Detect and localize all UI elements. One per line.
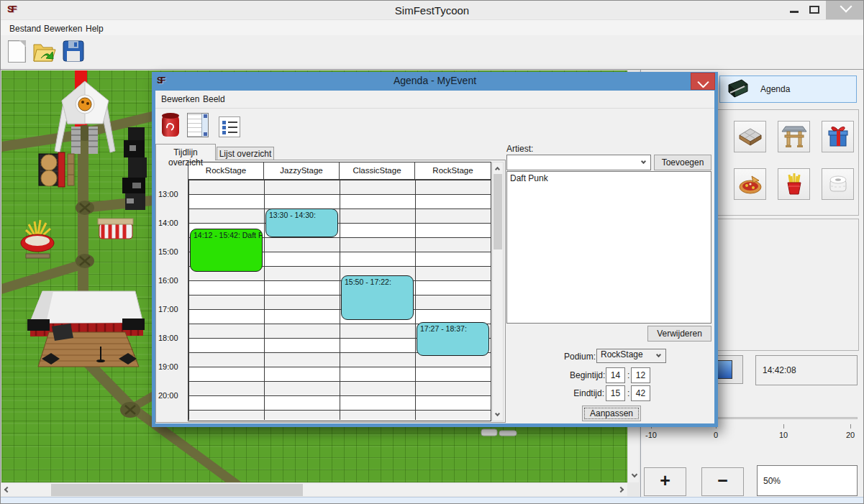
- trash-icon: [162, 114, 179, 137]
- info-box: [717, 219, 859, 351]
- schedule-body[interactable]: 14:12 - 15:42: Daft Punk13:30 - 14:30:15…: [188, 180, 491, 420]
- time-label: 20:00: [158, 391, 178, 400]
- time-label: 15:00: [158, 247, 178, 256]
- time-colon: :: [627, 370, 629, 380]
- time-label: 16:00: [158, 276, 178, 285]
- schedule-tab-page: RockStageJazzyStageClassicStageRockStage…: [155, 160, 506, 423]
- fries-stand[interactable]: [21, 220, 54, 258]
- timeline-view-button[interactable]: [187, 113, 209, 137]
- dialog-menu-bewerken[interactable]: Bewerken: [161, 94, 199, 104]
- dialog-menu-beeld[interactable]: Beeld: [203, 94, 225, 104]
- menu-bestand[interactable]: Bestand: [6, 23, 44, 35]
- new-file-icon: [8, 40, 26, 63]
- scroll-left-arrow-icon[interactable]: [1, 484, 13, 496]
- scroll-down-arrow-icon[interactable]: [493, 410, 503, 421]
- app-titlebar: SF SimFestTycoon: [1, 1, 863, 19]
- fries-item-button[interactable]: [778, 168, 810, 200]
- save-button[interactable]: [61, 39, 87, 66]
- end-time-label: Eindtijd:: [570, 388, 604, 398]
- end-hour-field[interactable]: 15: [606, 385, 625, 401]
- chevron-down-icon: [656, 352, 661, 357]
- chevron-down-icon: [641, 159, 646, 164]
- schedule-event[interactable]: 13:30 - 14:30:: [265, 209, 338, 237]
- stage[interactable]: [27, 291, 145, 367]
- agenda-button-label: Agenda: [760, 84, 790, 94]
- slider-tick: [850, 424, 851, 429]
- app-window: SF SimFestTycoon Bestand Bewerken Help: [0, 0, 864, 504]
- time-label: 13:00: [158, 190, 178, 198]
- schedule-event[interactable]: 17:27 - 18:37:: [417, 322, 489, 356]
- statusbar: [1, 497, 863, 504]
- schedule-scroll-thumb[interactable]: [494, 174, 502, 249]
- agenda-book-icon: [726, 78, 750, 100]
- timeline-view-icon: [187, 113, 209, 137]
- artist-combobox[interactable]: [506, 155, 651, 170]
- pizza-item-button[interactable]: [734, 168, 766, 200]
- open-file-icon: [31, 39, 57, 65]
- time-label: 18:00: [158, 334, 178, 342]
- artist-list-item[interactable]: Daft Punk: [507, 172, 711, 185]
- close-icon: [845, 6, 852, 13]
- zoom-level-display: 50%: [757, 465, 858, 496]
- app-title: SimFestTycoon: [1, 4, 863, 17]
- artist-listbox[interactable]: Daft Punk: [506, 171, 711, 324]
- scroll-up-arrow-icon[interactable]: [493, 162, 503, 173]
- artist-label: Artiest:: [506, 144, 533, 154]
- save-icon: [61, 39, 86, 63]
- bench[interactable]: [68, 154, 74, 185]
- apply-button[interactable]: Aanpassen: [582, 406, 641, 421]
- list-view-icon: [219, 116, 240, 137]
- begin-time-label: Begintijd:: [570, 370, 604, 380]
- distant-tents[interactable]: [481, 429, 517, 436]
- schedule-scrollbar[interactable]: [492, 162, 504, 421]
- scroll-right-arrow-icon[interactable]: [614, 484, 627, 496]
- close-button[interactable]: [826, 1, 864, 19]
- tab-lijst-overzicht[interactable]: Lijst overzicht: [217, 147, 274, 160]
- slider-label: -10: [640, 431, 662, 439]
- slider-label: 20: [840, 431, 861, 439]
- schedule-event[interactable]: 14:12 - 15:42: Daft Punk: [190, 229, 263, 272]
- time-label: 19:00: [158, 362, 178, 371]
- app-menubar: Bestand Bewerken Help: [1, 19, 863, 35]
- gift-icon: [824, 123, 852, 150]
- tab-tijdlijn-overzicht[interactable]: Tijdlijn overzicht: [155, 144, 216, 160]
- agenda-button[interactable]: Agenda: [719, 75, 857, 103]
- podium-combobox[interactable]: RockStage: [596, 349, 666, 363]
- stage-gate-icon: [781, 123, 808, 150]
- list-view-button[interactable]: [219, 116, 240, 137]
- end-minute-field[interactable]: 42: [631, 385, 650, 401]
- new-file-button[interactable]: [5, 39, 31, 66]
- add-artist-button[interactable]: Toevoegen: [654, 155, 711, 170]
- stage-gate-item-button[interactable]: [778, 121, 810, 152]
- speaker-stack[interactable]: [122, 127, 147, 210]
- map-hscrollbar[interactable]: [1, 482, 627, 496]
- fries-icon: [781, 170, 808, 198]
- menu-bewerken[interactable]: Bewerken: [41, 23, 85, 35]
- maximize-button[interactable]: [809, 6, 819, 14]
- toilet-paper-item-button[interactable]: [822, 168, 854, 200]
- burger-stand[interactable]: [39, 152, 65, 187]
- striped-stand[interactable]: [98, 219, 133, 239]
- dialog-body: Bewerken Beeld Tijdlijn overzicht Lijst …: [155, 91, 714, 423]
- zoom-out-button[interactable]: −: [701, 467, 744, 496]
- slider-tick: [783, 424, 784, 429]
- agenda-dialog: SF Agenda - MyEvent Bewerken Beeld: [152, 72, 718, 427]
- delete-event-button[interactable]: [162, 114, 179, 137]
- begin-minute-field[interactable]: 12: [631, 367, 650, 383]
- dialog-close-button[interactable]: [691, 73, 715, 90]
- remove-button[interactable]: Verwijderen: [647, 326, 711, 342]
- floor-tile-item-button[interactable]: [734, 121, 766, 152]
- stage-column-header: ClassicStage: [340, 162, 415, 179]
- dialog-menubar: Bewerken Beeld: [155, 91, 714, 109]
- begin-hour-field[interactable]: 14: [606, 367, 625, 383]
- toilet-paper-icon: [824, 170, 852, 198]
- minimize-button[interactable]: [790, 11, 799, 13]
- zoom-in-button[interactable]: +: [644, 467, 686, 496]
- schedule-event[interactable]: 15:50 - 17:22:: [341, 275, 414, 319]
- open-file-button[interactable]: [31, 39, 57, 66]
- menu-help[interactable]: Help: [83, 23, 106, 35]
- slider-label: 10: [773, 431, 794, 439]
- scroll-down-arrow-icon[interactable]: [628, 470, 640, 482]
- hscroll-thumb[interactable]: [51, 484, 303, 496]
- gift-item-button[interactable]: [822, 121, 854, 152]
